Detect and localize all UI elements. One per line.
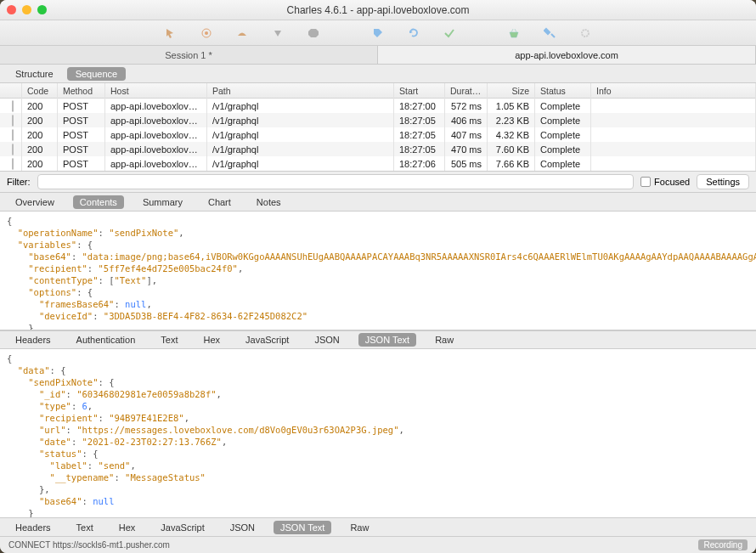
tab-raw[interactable]: Raw [428,333,460,347]
response-body-pane[interactable]: { "data": { "sendPixNote": { "_id": "603… [0,349,756,517]
recording-badge: Recording [698,539,748,550]
tag-icon[interactable] [371,26,385,40]
tab-overview[interactable]: Overview [8,195,61,209]
session-tabs: Session 1 * app-api.loveboxlove.com [0,46,756,65]
grid-header: Code Method Host Path Start Duration Siz… [0,83,756,99]
tab-structure[interactable]: Structure [7,67,62,81]
tab-chart[interactable]: Chart [201,195,238,209]
btab-text[interactable]: Text [70,521,100,534]
response-tabs: Headers Authentication Text Hex JavaScri… [0,330,756,349]
record-icon[interactable] [200,26,213,40]
btab-json[interactable]: JSON [223,521,262,534]
request-body-pane[interactable]: { "operationName": "sendPixNote", "varia… [0,212,756,330]
tab-notes[interactable]: Notes [250,195,288,209]
tab-auth[interactable]: Authentication [70,333,143,347]
breakpoint-icon[interactable] [271,26,285,40]
app-window: Charles 4.6.1 - app-api.loveboxlove.com … [0,0,756,553]
tab-jsontext[interactable]: JSON Text [358,333,416,347]
status-bar: CONNECT https://sockls6-mt1.pusher.com R… [0,536,756,553]
col-method[interactable]: Method [58,83,105,99]
tab-sequence[interactable]: Sequence [67,67,127,81]
tab-summary[interactable]: Summary [136,195,189,209]
focused-checkbox[interactable]: Focused [640,177,690,187]
window-title: Charles 4.6.1 - app-api.loveboxlove.com [0,4,756,16]
status-text: CONNECT https://sockls6-mt1.pusher.com [8,540,170,550]
col-duration[interactable]: Duration [445,83,488,99]
btab-js[interactable]: JavaScript [154,521,211,534]
col-status[interactable]: Status [535,83,591,99]
filter-input[interactable] [37,174,635,189]
throttle-icon[interactable] [235,26,249,40]
table-row[interactable]: 200 POST app-api.loveboxlove.c… /v1/grap… [0,127,756,142]
tab-headers[interactable]: Headers [8,333,58,347]
settings-button[interactable]: Settings [697,174,749,189]
wrench-icon[interactable] [543,26,556,40]
col-path[interactable]: Path [207,83,394,99]
basket-icon[interactable] [507,26,521,40]
col-info[interactable]: Info [591,83,756,99]
bottom-tabs: Headers Text Hex JavaScript JSON JSON Te… [0,517,756,536]
tab-host[interactable]: app-api.loveboxlove.com [378,46,756,64]
col-start[interactable]: Start [394,83,445,99]
request-tabs: Overview Contents Summary Chart Notes [0,193,756,212]
table-row[interactable]: 200 POST app-api.loveboxlove.c… /v1/grap… [0,156,756,171]
tab-text[interactable]: Text [154,333,184,347]
svg-point-1 [205,31,208,35]
table-row[interactable]: 200 POST app-api.loveboxlove.c… /v1/grap… [0,99,756,113]
btab-raw[interactable]: Raw [343,521,375,534]
table-row[interactable]: 200 POST app-api.loveboxlove.c… /v1/grap… [0,142,756,156]
tab-session1[interactable]: Session 1 * [0,46,378,64]
view-tabs: Structure Sequence [0,65,756,83]
tab-hex[interactable]: Hex [196,333,227,347]
stop-icon[interactable] [307,26,320,40]
col-host[interactable]: Host [105,83,207,99]
tab-json[interactable]: JSON [307,333,346,347]
btab-hex[interactable]: Hex [112,521,143,534]
filter-label: Filter: [7,177,31,187]
gear-icon[interactable] [578,26,592,40]
tab-js[interactable]: JavaScript [239,333,296,347]
filter-bar: Filter: Focused Settings [0,171,756,193]
col-code[interactable]: Code [22,83,58,99]
btab-jsontext[interactable]: JSON Text [274,521,331,534]
col-size[interactable]: Size [488,83,535,99]
tab-contents[interactable]: Contents [73,195,124,209]
svg-point-3 [582,30,589,37]
cursor-icon[interactable] [164,26,178,40]
svg-marker-2 [308,29,319,37]
check-icon[interactable] [443,26,456,40]
btab-headers[interactable]: Headers [8,521,58,534]
toolbar [0,20,756,46]
grid-body: 200 POST app-api.loveboxlove.c… /v1/grap… [0,99,756,171]
titlebar: Charles 4.6.1 - app-api.loveboxlove.com [0,0,756,20]
refresh-icon[interactable] [407,26,420,40]
table-row[interactable]: 200 POST app-api.loveboxlove.c… /v1/grap… [0,113,756,127]
